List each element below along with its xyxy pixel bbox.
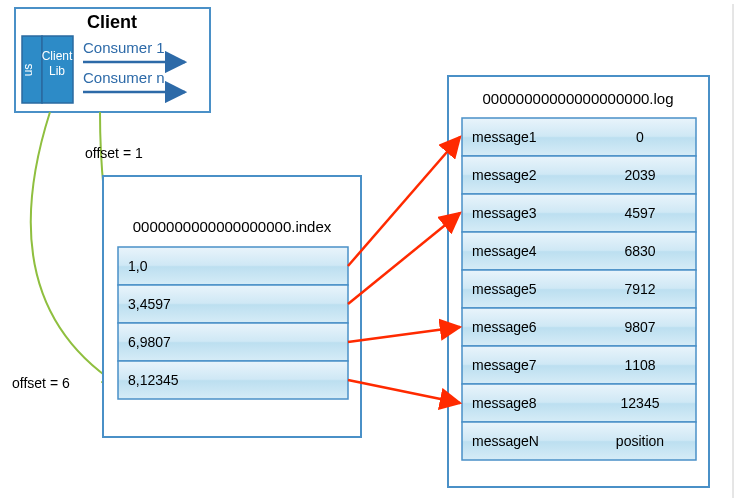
index-row: 1,0	[118, 247, 348, 285]
svg-text:8,12345: 8,12345	[128, 372, 179, 388]
log-file-box: 00000000000000000000.log message10 messa…	[448, 76, 709, 487]
svg-text:9807: 9807	[624, 319, 655, 335]
svg-text:0: 0	[636, 129, 644, 145]
client-lib-client: Client	[42, 49, 73, 63]
svg-rect-3	[118, 247, 348, 285]
map-arrow-4	[348, 380, 460, 403]
log-row: message57912	[462, 270, 696, 308]
svg-text:message4: message4	[472, 243, 537, 259]
log-row: message34597	[462, 194, 696, 232]
offset-1-label: offset = 1	[85, 145, 143, 161]
svg-text:messageN: messageN	[472, 433, 539, 449]
svg-text:message1: message1	[472, 129, 537, 145]
svg-text:1,0: 1,0	[128, 258, 148, 274]
log-row: message71108	[462, 346, 696, 384]
client-box: Client us Client Lib Consumer 1 Consumer…	[15, 8, 210, 112]
index-row: 6,9807	[118, 323, 348, 361]
log-row: message69807	[462, 308, 696, 346]
svg-text:7912: 7912	[624, 281, 655, 297]
index-row: 3,4597	[118, 285, 348, 323]
offset-6-label: offset = 6	[12, 375, 70, 391]
map-arrow-1	[348, 137, 460, 266]
svg-text:message5: message5	[472, 281, 537, 297]
svg-text:12345: 12345	[621, 395, 660, 411]
log-row: messageNposition	[462, 422, 696, 460]
log-filename: 00000000000000000000.log	[482, 90, 673, 107]
consumer-1-label: Consumer 1	[83, 39, 165, 56]
svg-text:message3: message3	[472, 205, 537, 221]
client-lib-lib: Lib	[49, 64, 65, 78]
svg-text:message2: message2	[472, 167, 537, 183]
log-row: message46830	[462, 232, 696, 270]
svg-text:message8: message8	[472, 395, 537, 411]
index-row: 8,12345	[118, 361, 348, 399]
svg-text:1108: 1108	[624, 357, 655, 373]
index-file-box: 0000000000000000000.index 1,0 3,4597 6,9…	[103, 176, 361, 437]
log-row: message10	[462, 118, 696, 156]
svg-text:position: position	[616, 433, 664, 449]
index-filename: 0000000000000000000.index	[133, 218, 332, 235]
svg-text:6830: 6830	[624, 243, 655, 259]
consumer-n-label: Consumer n	[83, 69, 165, 86]
map-arrow-2	[348, 213, 460, 304]
svg-text:message7: message7	[472, 357, 537, 373]
svg-text:message6: message6	[472, 319, 537, 335]
svg-text:2039: 2039	[624, 167, 655, 183]
client-title: Client	[87, 12, 137, 32]
log-row: message812345	[462, 384, 696, 422]
svg-text:3,4597: 3,4597	[128, 296, 171, 312]
svg-text:4597: 4597	[624, 205, 655, 221]
map-arrow-3	[348, 327, 460, 342]
client-lib-us: us	[21, 64, 35, 77]
log-row: message22039	[462, 156, 696, 194]
svg-text:6,9807: 6,9807	[128, 334, 171, 350]
